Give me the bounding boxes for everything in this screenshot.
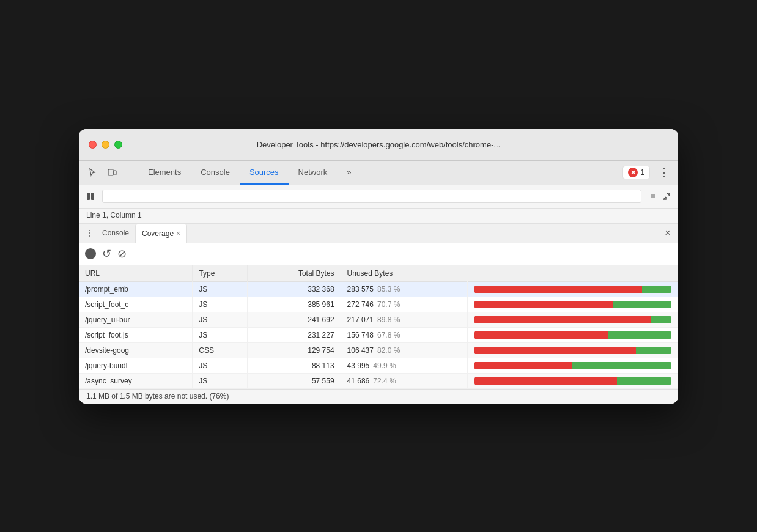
- unused-pct: 72.4 %: [373, 377, 396, 385]
- cell-unused: 156 748 67.8 %: [341, 327, 467, 342]
- unused-bytes: 156 748: [347, 331, 374, 339]
- tab-sources[interactable]: Sources: [240, 160, 289, 185]
- unused-bytes: 217 071: [347, 316, 374, 324]
- drawer-tab-close-icon[interactable]: ×: [176, 229, 180, 238]
- secondary-toolbar: [79, 185, 678, 209]
- tab-more[interactable]: »: [337, 160, 361, 185]
- table-row[interactable]: /devsite-goog CSS 129 754 106 437 82.0 %: [79, 342, 678, 358]
- drawer: ⋮ Console Coverage × × ↺ ⊘ URL Type: [79, 223, 678, 404]
- unused-pct: 67.8 %: [377, 331, 401, 339]
- cell-bar: [467, 281, 678, 297]
- cell-total: 385 961: [248, 297, 341, 312]
- drawer-more-button[interactable]: ⋮: [83, 226, 96, 240]
- cell-url: /script_foot.js: [79, 327, 193, 342]
- main-tabs: Elements Console Sources Network »: [138, 160, 361, 185]
- traffic-lights: [89, 141, 122, 149]
- table-row[interactable]: /prompt_emb JS 332 368 283 575 85.3 %: [79, 281, 678, 297]
- drawer-tab-coverage[interactable]: Coverage ×: [135, 224, 187, 243]
- svg-rect-3: [91, 193, 94, 200]
- cell-total: 129 754: [248, 342, 341, 358]
- device-icon[interactable]: [103, 164, 120, 181]
- cell-total: 332 368: [248, 281, 341, 297]
- clear-button[interactable]: ⊘: [117, 247, 127, 260]
- refresh-button[interactable]: ↺: [102, 247, 111, 260]
- maximize-button[interactable]: [114, 141, 122, 149]
- col-unused: Unused Bytes: [341, 265, 678, 282]
- svg-rect-1: [114, 171, 116, 175]
- cell-type: JS: [193, 312, 248, 327]
- play-icon[interactable]: [84, 190, 97, 203]
- tab-console[interactable]: Console: [191, 160, 240, 185]
- cell-url: /jquery_ui-bur: [79, 312, 193, 327]
- cell-unused: 283 575 85.3 %: [341, 281, 467, 297]
- unused-bytes: 106 437: [347, 346, 374, 355]
- table-row[interactable]: /jquery_ui-bur JS 241 692 217 071 89.8 %: [79, 312, 678, 327]
- toolbar-left: [84, 164, 131, 181]
- svg-rect-0: [108, 169, 113, 175]
- location-text: [106, 193, 108, 200]
- drawer-tab-console[interactable]: Console: [96, 223, 135, 243]
- table-row[interactable]: /script_foot.js JS 231 227 156 748 67.8 …: [79, 327, 678, 342]
- tab-network[interactable]: Network: [289, 160, 338, 185]
- overflow-dots: [651, 194, 655, 198]
- svg-rect-2: [87, 193, 90, 200]
- cell-unused: 272 746 70.7 %: [341, 297, 467, 312]
- toolbar-divider: [127, 166, 127, 179]
- coverage-table-container: URL Type Total Bytes Unused Bytes /promp…: [79, 265, 678, 389]
- col-url: URL: [79, 265, 193, 282]
- table-row[interactable]: /jquery-bundl JS 88 113 43 995 49.9 %: [79, 358, 678, 373]
- cell-total: 88 113: [248, 358, 341, 373]
- cell-unused: 43 995 49.9 %: [341, 358, 467, 373]
- status-bar: Line 1, Column 1: [79, 209, 678, 223]
- inspect-icon[interactable]: [84, 164, 101, 181]
- cell-url: /jquery-bundl: [79, 358, 193, 373]
- unused-pct: 85.3 %: [377, 285, 401, 294]
- cell-bar: [467, 312, 678, 327]
- cell-url: /script_foot_c: [79, 297, 193, 312]
- drawer-close-button[interactable]: ×: [661, 226, 674, 240]
- record-button[interactable]: [85, 248, 96, 259]
- cell-type: JS: [193, 373, 248, 388]
- coverage-summary: 1.1 MB of 1.5 MB bytes are not used. (76…: [86, 392, 229, 401]
- unused-pct: 89.8 %: [377, 316, 401, 324]
- unused-pct: 70.7 %: [377, 300, 401, 309]
- cell-bar: [467, 297, 678, 312]
- cell-bar: [467, 342, 678, 358]
- devtools-window: Developer Tools - https://developers.goo…: [79, 129, 678, 404]
- cell-url: /async_survey: [79, 373, 193, 388]
- unused-bytes: 283 575: [347, 285, 374, 294]
- cell-type: JS: [193, 297, 248, 312]
- col-total: Total Bytes: [248, 265, 341, 282]
- error-badge[interactable]: ✕ 1: [622, 166, 650, 179]
- location-bar[interactable]: [102, 190, 641, 203]
- unused-bytes: 41 686: [347, 377, 370, 385]
- coverage-toolbar: ↺ ⊘: [79, 243, 678, 265]
- cell-total: 231 227: [248, 327, 341, 342]
- unused-bytes: 43 995: [347, 361, 370, 370]
- table-row[interactable]: /script_foot_c JS 385 961 272 746 70.7 %: [79, 297, 678, 312]
- close-button[interactable]: [89, 141, 97, 149]
- coverage-table: URL Type Total Bytes Unused Bytes /promp…: [79, 265, 678, 389]
- cell-type: JS: [193, 281, 248, 297]
- more-menu-button[interactable]: ⋮: [655, 163, 673, 182]
- title-bar: Developer Tools - https://developers.goo…: [79, 129, 678, 161]
- error-count: 1: [640, 168, 644, 177]
- cell-unused: 217 071 89.8 %: [341, 312, 467, 327]
- cell-bar: [467, 327, 678, 342]
- tab-elements[interactable]: Elements: [138, 160, 191, 185]
- cell-url: /devsite-goog: [79, 342, 193, 358]
- unused-pct: 82.0 %: [377, 346, 401, 355]
- cell-type: JS: [193, 358, 248, 373]
- table-row[interactable]: /async_survey JS 57 559 41 686 72.4 %: [79, 373, 678, 388]
- expand-icon[interactable]: [660, 190, 673, 203]
- cell-type: JS: [193, 327, 248, 342]
- coverage-footer: 1.1 MB of 1.5 MB bytes are not used. (76…: [79, 389, 678, 404]
- minimize-button[interactable]: [102, 141, 109, 149]
- cell-total: 241 692: [248, 312, 341, 327]
- cursor-position: Line 1, Column 1: [86, 211, 142, 220]
- cell-total: 57 559: [248, 373, 341, 388]
- drawer-tab-bar: ⋮ Console Coverage × ×: [79, 224, 678, 243]
- table-body: /prompt_emb JS 332 368 283 575 85.3 % /s…: [79, 281, 678, 388]
- cell-unused: 41 686 72.4 %: [341, 373, 467, 388]
- unused-bytes: 272 746: [347, 300, 374, 309]
